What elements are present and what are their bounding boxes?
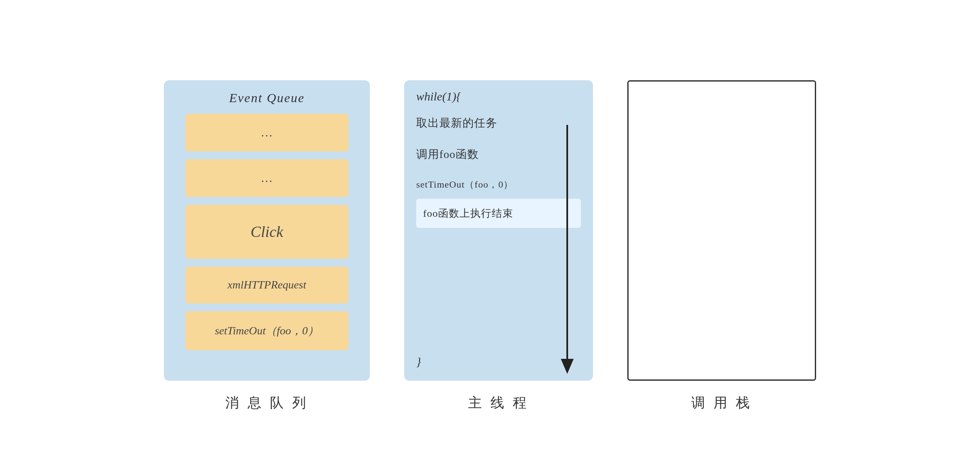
queue-item-settimeout: setTimeOut（foo，0） — [185, 311, 348, 350]
down-arrow-icon — [559, 125, 576, 374]
thread-while: while(1){ — [404, 80, 593, 103]
main-thread-label: 主 线 程 — [468, 394, 529, 412]
queue-item-click: Click — [185, 205, 348, 259]
event-queue-box: Event Queue … … Click xmlHTTPRequest set… — [164, 80, 370, 381]
main-thread-box: while(1){ 取出最新的任务 调用foo函数 setTimeOut（foo… — [404, 80, 593, 381]
queue-item-xml: xmlHTTPRequest — [185, 267, 348, 303]
event-queue-panel: Event Queue … … Click xmlHTTPRequest set… — [164, 80, 370, 412]
thread-step-2: 调用foo函数 — [416, 135, 581, 166]
queue-item-dots-1: … — [185, 114, 348, 152]
event-queue-label: 消 息 队 列 — [225, 394, 309, 412]
main-container: Event Queue … … Click xmlHTTPRequest set… — [39, 55, 941, 412]
call-stack-label: 调 用 栈 — [691, 394, 752, 412]
thread-step-1: 取出最新的任务 — [416, 103, 581, 135]
thread-step-3: setTimeOut（foo，0） — [416, 166, 581, 195]
arrow-container — [559, 125, 576, 374]
svg-marker-1 — [561, 359, 574, 374]
thread-body: 取出最新的任务 调用foo函数 setTimeOut（foo，0） foo函数上… — [404, 103, 593, 351]
event-queue-title: Event Queue — [229, 91, 305, 105]
thread-step-4: foo函数上执行结束 — [416, 199, 581, 228]
call-stack-panel: 调 用 栈 — [627, 80, 816, 412]
queue-item-dots-2: … — [185, 159, 348, 197]
call-stack-box — [627, 80, 816, 381]
main-thread-panel: while(1){ 取出最新的任务 调用foo函数 setTimeOut（foo… — [404, 80, 593, 412]
